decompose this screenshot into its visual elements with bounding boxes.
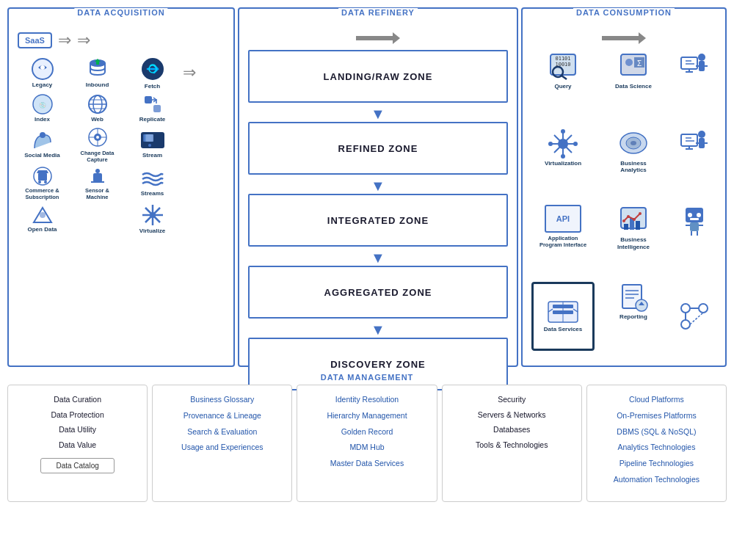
acq-item-social: Social Media bbox=[15, 129, 70, 159]
svg-point-87 bbox=[622, 219, 625, 222]
dm-box-3: Identity Resolution Hierarchy Management… bbox=[297, 385, 437, 502]
arrow-3: ▼ bbox=[248, 251, 508, 264]
svg-point-55 bbox=[698, 54, 705, 61]
dm-item-2-4: Usage and Experiences bbox=[181, 442, 264, 454]
query-label: Query bbox=[554, 83, 571, 90]
top-section: DATA ACQUISITION SaaS ⇒ ⇒ Legacy bbox=[7, 7, 727, 367]
acq-item-fetch: Fetch bbox=[125, 56, 180, 90]
dm-item-1-2: Data Protection bbox=[51, 410, 103, 421]
acquisition-title: DATA ACQUISITION bbox=[74, 8, 167, 17]
dm-item-4-4: Tools & Technologies bbox=[476, 440, 548, 451]
svg-point-89 bbox=[633, 218, 636, 221]
main-container: DATA ACQUISITION SaaS ⇒ ⇒ Legacy bbox=[0, 0, 734, 560]
zone-refined-label: REFINED ZONE bbox=[338, 143, 418, 154]
svg-point-69 bbox=[561, 154, 565, 159]
dm-box-2-items: Business Glossary Provenance & Lineage S… bbox=[160, 394, 284, 454]
cons-bizanalytics: BusinessAnalytics bbox=[602, 128, 665, 198]
dm-item-1-4: Data Value bbox=[59, 440, 96, 451]
dm-item-5-3: DBMS (SQL & NoSQL) bbox=[617, 426, 696, 438]
dm-item-3-5: Master Data Services bbox=[330, 458, 404, 470]
legacy-label: Legacy bbox=[32, 81, 53, 89]
svg-point-1 bbox=[40, 65, 45, 70]
cons-api: API ApplicationProgram Interface bbox=[531, 205, 595, 274]
acq-row-2: 💿 Index Web bbox=[15, 93, 228, 123]
dm-title: DATA MANAGEMENT bbox=[7, 373, 727, 382]
dm-item-3-3: Golden Record bbox=[341, 426, 393, 438]
zone-integrated-label: INTEGRATED ZONE bbox=[327, 215, 429, 226]
data-acquisition-panel: DATA ACQUISITION SaaS ⇒ ⇒ Legacy bbox=[7, 7, 235, 367]
dm-box-5-items: Cloud Platforms On-Premises Platforms DB… bbox=[595, 394, 719, 486]
dm-item-1-1: Data Curation bbox=[54, 394, 101, 405]
acq-item-index: 💿 Index bbox=[15, 93, 70, 123]
zone-aggregated: AGGREGATED ZONE bbox=[248, 266, 508, 319]
svg-point-71 bbox=[573, 142, 578, 146]
svg-point-68 bbox=[561, 129, 565, 134]
dm-item-2-3: Search & Evaluation bbox=[187, 426, 257, 438]
dataservices-label: Data Services bbox=[544, 326, 582, 333]
bizanalytics-label: BusinessAnalytics bbox=[620, 160, 647, 174]
svg-rect-5 bbox=[96, 62, 99, 65]
stream1-label: Stream bbox=[142, 152, 162, 159]
svg-rect-29 bbox=[38, 173, 47, 181]
social-label: Social Media bbox=[24, 152, 59, 159]
svg-point-75 bbox=[698, 131, 705, 138]
data-management-section: DATA MANAGEMENT Data Curation Data Prote… bbox=[7, 373, 727, 502]
arrow-4: ▼ bbox=[248, 323, 508, 336]
cons-presenter1 bbox=[672, 51, 716, 121]
acq-item-web: Web bbox=[70, 93, 125, 123]
datascience-label: Data Science bbox=[615, 83, 652, 90]
acq-row-4: Commerce &Subscription Sensor &Machine bbox=[15, 166, 228, 200]
dm-item-3-1: Identity Resolution bbox=[335, 394, 399, 406]
data-refinery-panel: DATA REFINERY LANDING/RAW ZONE ▼ REFINED… bbox=[238, 7, 518, 367]
svg-point-52 bbox=[625, 59, 633, 66]
acq-item-replicate: Replicate bbox=[125, 93, 180, 123]
arrow-2: ▼ bbox=[248, 179, 508, 192]
svg-rect-15 bbox=[145, 96, 152, 103]
svg-point-22 bbox=[96, 136, 99, 139]
dm-box-3-items: Identity Resolution Hierarchy Management… bbox=[305, 394, 429, 470]
acq-row-1: Legacy Inbound bbox=[15, 56, 228, 90]
dm-item-3-2: Hierarchy Management bbox=[327, 410, 407, 422]
svg-rect-78 bbox=[681, 134, 697, 146]
api-label: ApplicationProgram Interface bbox=[539, 235, 586, 248]
svg-point-74 bbox=[631, 141, 636, 145]
zone-landing: LANDING/RAW ZONE bbox=[248, 50, 508, 103]
acq-item-cdc: Change Data Capture bbox=[70, 126, 125, 163]
svg-point-88 bbox=[627, 215, 630, 218]
sensor-label: Sensor &Machine bbox=[85, 187, 109, 200]
reporting-label: Reporting bbox=[619, 313, 647, 321]
svg-rect-32 bbox=[93, 173, 102, 182]
cons-robot bbox=[672, 205, 716, 274]
arrow-1: ▼ bbox=[248, 107, 508, 120]
dm-box-1: Data Curation Data Protection Data Utili… bbox=[7, 385, 148, 502]
svg-text:💿: 💿 bbox=[39, 101, 46, 109]
commerce-label: Commerce &Subscription bbox=[25, 187, 59, 200]
svg-rect-26 bbox=[146, 134, 153, 142]
dm-item-1-3: Data Utility bbox=[59, 424, 96, 435]
dm-box-4-items: Security Servers & Networks Databases To… bbox=[450, 394, 574, 451]
dm-item-3-4: MDM Hub bbox=[349, 442, 384, 454]
dm-item-5-5: Pipeline Technologies bbox=[619, 458, 694, 470]
cons-bizintel: BusinessIntelligence bbox=[602, 205, 665, 274]
zone-landing-label: LANDING/RAW ZONE bbox=[324, 71, 433, 82]
acq-row-5: Open Data Virtualize bbox=[15, 203, 228, 235]
data-consumption-panel: DATA CONSUMPTION 01101 10010 bbox=[521, 7, 727, 367]
acq-item-stream1: Stream bbox=[125, 129, 180, 159]
bizintel-label: BusinessIntelligence bbox=[617, 236, 650, 250]
svg-rect-16 bbox=[153, 105, 161, 112]
virtualization-label: Virtualization bbox=[545, 160, 581, 167]
cons-presenter2 bbox=[672, 128, 716, 198]
acq-item-inbound: Inbound bbox=[70, 57, 125, 89]
dm-item-2-1: Business Glossary bbox=[190, 394, 254, 406]
cdc-label: Change Data Capture bbox=[70, 150, 125, 163]
dm-boxes: Data Curation Data Protection Data Utili… bbox=[7, 385, 727, 502]
web-label: Web bbox=[91, 116, 103, 123]
svg-line-116 bbox=[690, 313, 703, 324]
svg-rect-95 bbox=[690, 222, 699, 231]
zone-integrated: INTEGRATED ZONE bbox=[248, 194, 508, 247]
svg-text:Σ: Σ bbox=[637, 59, 642, 68]
refinery-title: DATA REFINERY bbox=[338, 8, 418, 17]
svg-rect-86 bbox=[636, 221, 640, 230]
dm-item-5-6: Automation Technologies bbox=[614, 474, 700, 486]
cons-connector bbox=[672, 282, 716, 352]
